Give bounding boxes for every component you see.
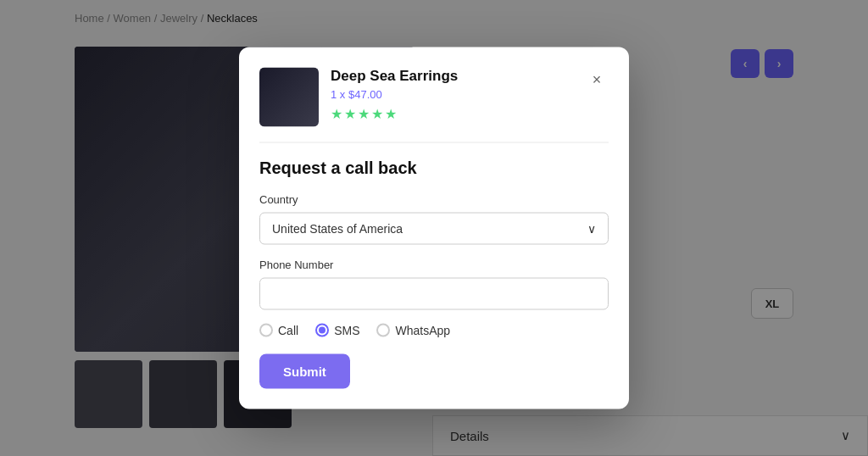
modal-product-price: 1 x $47.00 xyxy=(331,88,573,101)
phone-label: Phone Number xyxy=(259,259,609,271)
submit-button[interactable]: Submit xyxy=(259,354,350,389)
radio-call[interactable]: Call xyxy=(259,324,298,337)
modal-title: Request a call back xyxy=(259,158,609,178)
radio-whatsapp[interactable]: WhatsApp xyxy=(376,324,450,337)
star-4: ★ xyxy=(371,106,383,122)
chevron-down-icon: ∨ xyxy=(587,222,596,236)
modal-divider xyxy=(259,142,609,143)
star-3: ★ xyxy=(358,106,370,122)
star-5: ★ xyxy=(385,106,397,122)
radio-call-label: Call xyxy=(278,324,298,337)
radio-sms-circle xyxy=(315,324,329,337)
country-select[interactable]: United States of America ∨ xyxy=(259,213,609,245)
radio-sms-label: SMS xyxy=(334,324,359,337)
phone-input[interactable] xyxy=(259,278,609,310)
modal-product-info: Deep Sea Earrings 1 x $47.00 ★ ★ ★ ★ ★ xyxy=(331,68,573,122)
callback-modal: Deep Sea Earrings 1 x $47.00 ★ ★ ★ ★ ★ ×… xyxy=(239,47,629,409)
radio-whatsapp-circle xyxy=(376,324,390,337)
modal-product-image xyxy=(259,68,319,127)
close-button[interactable]: × xyxy=(585,68,609,92)
country-value: United States of America xyxy=(272,222,403,236)
radio-sms[interactable]: SMS xyxy=(315,324,359,337)
radio-call-circle xyxy=(259,324,273,337)
modal-product-name: Deep Sea Earrings xyxy=(331,68,573,85)
country-label: Country xyxy=(259,193,609,206)
modal-product-stars: ★ ★ ★ ★ ★ xyxy=(331,106,573,122)
star-1: ★ xyxy=(331,106,342,122)
modal-header: Deep Sea Earrings 1 x $47.00 ★ ★ ★ ★ ★ × xyxy=(259,68,609,127)
contact-method-group: Call SMS WhatsApp xyxy=(259,324,609,337)
radio-whatsapp-label: WhatsApp xyxy=(395,324,450,337)
star-2: ★ xyxy=(344,106,356,122)
